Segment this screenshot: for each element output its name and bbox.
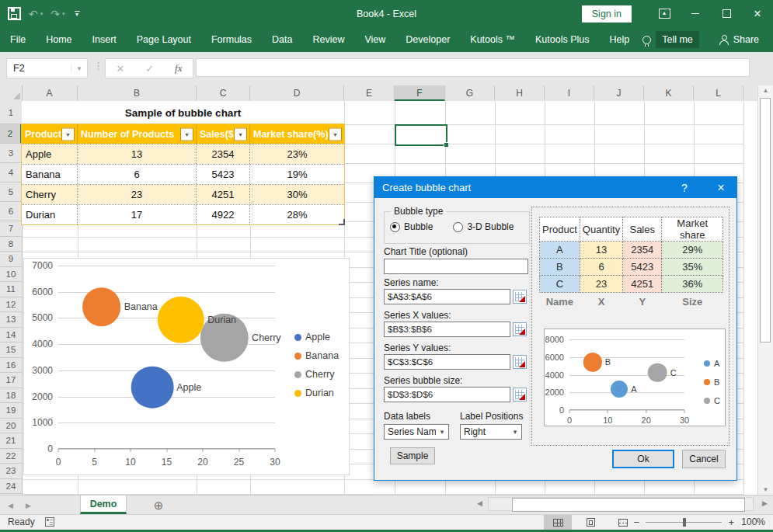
data-table[interactable]: Product ▾ Number of Products ▾ Sales($) … bbox=[21, 123, 345, 225]
sheet-tab-demo[interactable]: Demo bbox=[80, 495, 127, 514]
cancel-button[interactable]: Cancel bbox=[682, 450, 726, 468]
chart-title-input[interactable] bbox=[384, 259, 528, 274]
filter-dropdown-icon[interactable]: ▾ bbox=[329, 127, 342, 141]
row-header-21[interactable]: 21 bbox=[0, 433, 22, 449]
table-row[interactable]: Durian 17 4922 28% bbox=[22, 204, 344, 224]
vertical-scrollbar[interactable]: ▲ ▼ bbox=[757, 85, 773, 495]
series-range-input[interactable]: $C$3:$C$6 bbox=[384, 354, 510, 370]
ribbon-tab[interactable]: File bbox=[0, 27, 36, 52]
horizontal-scrollbar[interactable]: ◀ ▶ bbox=[466, 497, 771, 513]
row-header-15[interactable]: 15 bbox=[0, 342, 22, 358]
table-header-cell[interactable]: Market share(%) ▾ bbox=[250, 124, 344, 144]
ribbon-display-options-button[interactable]: ▴ bbox=[649, 0, 680, 27]
vertical-scrollbar-thumb[interactable] bbox=[760, 98, 771, 342]
row-header-13[interactable]: 13 bbox=[0, 312, 22, 328]
row-header-11[interactable]: 11 bbox=[0, 282, 22, 297]
row-header-23[interactable]: 23 bbox=[0, 464, 22, 479]
row-header-4[interactable]: 4 bbox=[0, 163, 22, 183]
column-header-D[interactable]: D bbox=[250, 85, 344, 101]
column-header-F[interactable]: F bbox=[395, 85, 445, 101]
row-header-1[interactable]: 1 bbox=[0, 101, 22, 124]
radio-3-d-bubble[interactable]: 3-D Bubble bbox=[453, 221, 514, 232]
range-picker-icon[interactable] bbox=[513, 388, 527, 402]
column-header-H[interactable]: H bbox=[495, 85, 545, 101]
save-icon[interactable] bbox=[8, 7, 21, 20]
filter-dropdown-icon[interactable]: ▾ bbox=[234, 127, 247, 141]
close-button[interactable]: × bbox=[742, 0, 773, 27]
table-row[interactable]: Cherry 23 4251 30% bbox=[22, 184, 344, 204]
row-header-17[interactable]: 17 bbox=[0, 373, 22, 388]
series-range-input[interactable]: $A$3:$A$6 bbox=[384, 289, 510, 304]
next-sheet-icon[interactable]: ▶ bbox=[26, 502, 31, 509]
name-box[interactable]: F2 ▾ bbox=[6, 58, 88, 78]
row-header-6[interactable]: 6 bbox=[0, 202, 22, 221]
horizontal-scrollbar-thumb[interactable] bbox=[512, 498, 745, 512]
sample-button[interactable]: Sample bbox=[390, 447, 435, 464]
range-picker-icon[interactable] bbox=[513, 322, 527, 336]
range-picker-icon[interactable] bbox=[513, 290, 527, 304]
data-labels-dropdown[interactable]: Series Name ▾ bbox=[384, 424, 449, 440]
row-header-10[interactable]: 10 bbox=[0, 267, 22, 283]
filter-dropdown-icon[interactable]: ▾ bbox=[180, 127, 193, 141]
cell-a1-title[interactable]: Sample of bubble chart bbox=[22, 101, 344, 124]
row-header-5[interactable]: 5 bbox=[0, 183, 22, 202]
column-header-L[interactable]: L bbox=[694, 85, 743, 101]
ok-button[interactable]: Ok bbox=[612, 450, 674, 468]
prev-sheet-icon[interactable]: ◀ bbox=[8, 502, 13, 509]
tell-me-control[interactable]: Tell me bbox=[642, 31, 699, 48]
scroll-right-icon[interactable]: ▶ bbox=[762, 499, 768, 507]
column-header-J[interactable]: J bbox=[594, 85, 644, 101]
row-header-3[interactable]: 3 bbox=[0, 144, 22, 163]
ribbon-tab[interactable]: Help bbox=[599, 27, 639, 52]
row-header-7[interactable]: 7 bbox=[0, 221, 22, 237]
new-sheet-icon[interactable]: ⊕ bbox=[149, 496, 168, 515]
customize-qat-icon[interactable]: ▾ bbox=[75, 11, 80, 16]
zoom-level[interactable]: 100% bbox=[741, 515, 765, 530]
row-header-18[interactable]: 18 bbox=[0, 388, 22, 404]
row-header-24[interactable]: 24 bbox=[0, 479, 22, 495]
row-header-8[interactable]: 8 bbox=[0, 237, 22, 252]
ribbon-tab[interactable]: Page Layout bbox=[127, 27, 201, 52]
scroll-left-icon[interactable]: ◀ bbox=[477, 499, 482, 507]
undo-dropdown-icon[interactable]: ▾ bbox=[40, 11, 44, 17]
series-range-input[interactable]: $D$3:$D$6 bbox=[384, 387, 510, 402]
insert-function-icon[interactable]: fx bbox=[175, 62, 182, 75]
row-header-22[interactable]: 22 bbox=[0, 449, 22, 464]
column-header-K[interactable]: K bbox=[644, 85, 694, 101]
label-positions-dropdown[interactable]: Right ▾ bbox=[460, 424, 522, 440]
filter-dropdown-icon[interactable]: ▾ bbox=[61, 127, 75, 141]
scroll-down-icon[interactable]: ▼ bbox=[758, 486, 773, 493]
row-header-12[interactable]: 12 bbox=[0, 297, 22, 313]
horizontal-scrollbar-track[interactable] bbox=[488, 497, 754, 511]
ribbon-tab[interactable]: Formulas bbox=[201, 27, 262, 52]
column-header-I[interactable]: I bbox=[545, 85, 594, 101]
table-row[interactable]: Banana 6 5423 19% bbox=[22, 164, 344, 184]
table-header-cell[interactable]: Sales($) ▾ bbox=[197, 124, 250, 144]
zoom-slider-thumb[interactable] bbox=[683, 518, 686, 527]
select-all-corner[interactable] bbox=[0, 85, 23, 101]
column-header-C[interactable]: C bbox=[197, 85, 250, 101]
redo-icon[interactable]: ↷ bbox=[50, 9, 60, 19]
ribbon-tab[interactable]: View bbox=[354, 27, 395, 52]
range-picker-icon[interactable] bbox=[513, 355, 527, 369]
maximize-button[interactable] bbox=[711, 0, 742, 27]
sign-in-button[interactable]: Sign in bbox=[582, 5, 632, 23]
column-header-E[interactable]: E bbox=[344, 85, 395, 101]
ribbon-tab[interactable]: Kutools ™ bbox=[460, 27, 525, 52]
cancel-entry-icon[interactable]: ✕ bbox=[116, 63, 124, 75]
ribbon-tab[interactable]: Kutools Plus bbox=[525, 27, 599, 52]
ribbon-tab[interactable]: Home bbox=[36, 27, 82, 52]
page-layout-view-button[interactable] bbox=[576, 515, 604, 530]
row-header-20[interactable]: 20 bbox=[0, 419, 22, 434]
dialog-close-button[interactable]: × bbox=[705, 177, 736, 198]
row-header-19[interactable]: 19 bbox=[0, 403, 22, 419]
row-header-2[interactable]: 2 bbox=[0, 124, 22, 144]
minimize-button[interactable] bbox=[680, 0, 711, 27]
selected-cell-f2[interactable] bbox=[395, 124, 447, 146]
enter-entry-icon[interactable]: ✓ bbox=[145, 63, 154, 75]
ribbon-tab[interactable]: Developer bbox=[395, 27, 460, 52]
normal-view-button[interactable] bbox=[544, 515, 572, 530]
table-row[interactable]: Apple 13 2354 23% bbox=[22, 144, 344, 164]
embedded-bubble-chart[interactable]: 0100020003000400050006000700005101520253… bbox=[23, 258, 350, 475]
formula-bar-handle[interactable]: ⋮ bbox=[93, 60, 103, 71]
